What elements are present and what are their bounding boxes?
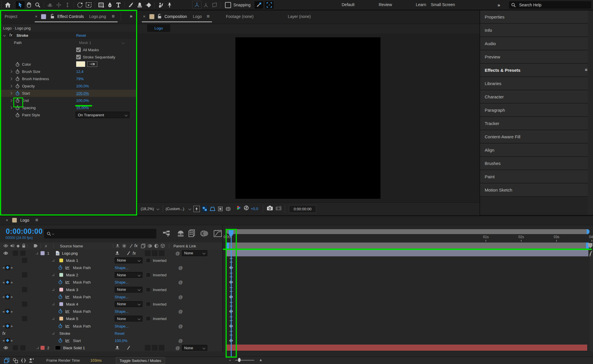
chevron-right-icon[interactable] [10, 85, 12, 88]
mask-visibility-icon[interactable] [209, 206, 216, 212]
lock-icon[interactable] [158, 14, 162, 19]
property-name[interactable]: Start [73, 338, 81, 343]
local-axis-mode-icon[interactable] [192, 1, 202, 9]
switch-cell[interactable] [159, 345, 164, 351]
channel-settings-icon[interactable] [236, 205, 241, 210]
stopwatch-icon[interactable] [16, 98, 19, 103]
snap-along-edges-icon[interactable] [255, 1, 263, 9]
pickwhip-icon[interactable]: @ [178, 338, 183, 343]
tab-composition[interactable]: Composition [164, 14, 187, 19]
chevron-down-icon[interactable] [52, 259, 54, 261]
mask-label-color[interactable] [59, 302, 63, 306]
track-row[interactable] [223, 264, 593, 271]
track-row[interactable] [223, 279, 593, 286]
stroke-sequentially-checkbox[interactable] [76, 55, 81, 59]
track-row[interactable] [223, 293, 593, 301]
stopwatch-icon[interactable] [16, 69, 19, 74]
render-settings-icon[interactable] [28, 358, 34, 363]
stopwatch-icon[interactable] [58, 265, 62, 270]
quill-icon[interactable] [589, 251, 593, 257]
switch-cell[interactable] [22, 258, 27, 263]
switch-cell[interactable] [145, 345, 151, 351]
help-search-box[interactable] [509, 1, 591, 9]
reset-link[interactable]: Reset [76, 33, 86, 38]
mask-row[interactable]: Mask 4 None Inverted [0, 300, 223, 308]
panel-menu-icon[interactable]: ≡ [35, 217, 38, 223]
stopwatch-icon[interactable] [58, 338, 62, 343]
mask-label-color[interactable] [59, 317, 63, 321]
resolution-dropdown[interactable]: (Custom...) [166, 207, 184, 211]
scrollbar-gutter[interactable] [588, 10, 593, 215]
audio-cell[interactable] [13, 345, 18, 350]
property-value[interactable]: Shape... [115, 265, 129, 270]
panel-overflow-chevron[interactable]: » [130, 13, 132, 19]
keyframe-toggle[interactable] [5, 280, 10, 285]
chevron-right-icon[interactable] [10, 78, 12, 80]
shy-switch-icon[interactable] [115, 346, 119, 350]
layer-name[interactable]: Logo.png [62, 251, 78, 255]
exposure-value[interactable]: +0,0 [251, 207, 258, 211]
panel-menu-icon[interactable]: ≡ [585, 67, 587, 72]
keyframe-navigator[interactable]: ◀ ▶ [2, 323, 13, 328]
property-value[interactable]: Shape... [115, 280, 129, 284]
spacing-value[interactable]: 15,00% [76, 106, 89, 110]
track-row[interactable] [223, 257, 593, 264]
lock-cell[interactable] [20, 251, 25, 256]
mask-path-row[interactable]: ◀ ▶ Mask Path Shape... @ [0, 308, 223, 315]
mask-path-row[interactable]: ◀ ▶ Mask Path Shape... @ [0, 279, 223, 286]
eyedropper-icon[interactable] [87, 61, 97, 67]
switch-cell[interactable] [152, 345, 158, 351]
workspace-tab-learn[interactable]: Learn [416, 2, 426, 7]
in-out-duration-icon[interactable] [21, 358, 26, 363]
graph-editor-icon[interactable] [214, 229, 222, 237]
stopwatch-icon[interactable] [16, 77, 19, 81]
parent-dropdown[interactable]: None [182, 250, 207, 256]
next-keyframe-icon[interactable]: ▶ [11, 339, 13, 342]
pickwhip-icon[interactable]: @ [175, 345, 180, 350]
chevron-down-icon[interactable] [52, 288, 54, 291]
keyframe-toggle[interactable] [5, 294, 10, 299]
effects-switch-icon[interactable]: fx [133, 251, 136, 255]
property-value[interactable]: Shape... [115, 309, 129, 314]
workspace-overflow-chevron[interactable]: » [497, 2, 500, 8]
next-keyframe-icon[interactable]: ▶ [11, 295, 13, 298]
prev-keyframe-icon[interactable]: ◀ [2, 281, 4, 284]
tab-effect-controls-target[interactable]: Logo.png [89, 14, 106, 19]
playhead-handle[interactable] [229, 229, 233, 234]
keyframe-navigator[interactable]: ◀ ▶ [2, 309, 13, 314]
help-search-input[interactable] [519, 2, 578, 8]
chevron-down-icon[interactable] [3, 34, 6, 37]
inverted-checkbox[interactable] [146, 302, 151, 306]
workspace-tab-review[interactable]: Review [379, 2, 392, 7]
selection-tool-icon[interactable] [16, 1, 25, 9]
mask-mode-dropdown[interactable]: None [115, 258, 142, 263]
playhead-line[interactable] [231, 229, 232, 356]
lock-cell[interactable] [20, 345, 25, 350]
panel-menu-icon[interactable]: ≡ [112, 14, 115, 19]
effect-name[interactable]: Stroke [59, 331, 70, 335]
track-row[interactable] [223, 271, 593, 279]
panel-menu-icon[interactable]: ≡ [207, 14, 210, 19]
graph-toggle-icon[interactable] [65, 295, 70, 299]
track-row[interactable] [223, 286, 593, 293]
zoom-tool-icon[interactable] [33, 1, 42, 9]
pickwhip-icon[interactable]: @ [178, 309, 183, 314]
keyframe-navigator[interactable]: ◀ ▶ [2, 265, 13, 270]
panel-tab-paint[interactable]: Paint [480, 170, 588, 183]
pan-camera-tool-icon[interactable] [54, 1, 63, 9]
region-of-interest-icon[interactable] [217, 206, 224, 212]
switch-cell[interactable] [22, 272, 27, 277]
close-icon[interactable]: × [6, 218, 8, 223]
work-area-start-handle[interactable] [226, 242, 229, 249]
track-row[interactable] [223, 308, 593, 315]
inverted-checkbox[interactable] [146, 273, 151, 277]
orbit-camera-tool-icon[interactable] [46, 1, 54, 9]
playhead-triangle[interactable] [229, 234, 233, 237]
mask-row[interactable]: Mask 3 None Inverted [0, 286, 223, 293]
next-keyframe-icon[interactable]: ▶ [11, 325, 13, 328]
mask-name[interactable]: Mask 4 [66, 302, 78, 306]
track-row[interactable] [223, 315, 593, 323]
comp-marker-bin-icon[interactable] [588, 243, 593, 249]
chevron-down-icon[interactable] [52, 318, 54, 320]
inverted-checkbox[interactable] [146, 316, 151, 321]
